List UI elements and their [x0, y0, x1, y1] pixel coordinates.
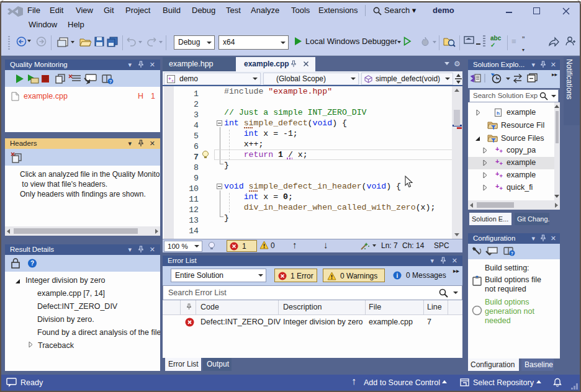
svg-text:?: ? — [30, 260, 34, 267]
svg-text:h: h — [497, 110, 500, 116]
svg-text:i: i — [397, 272, 399, 279]
svg-text:?: ? — [109, 79, 112, 84]
svg-text:?: ? — [511, 251, 513, 256]
